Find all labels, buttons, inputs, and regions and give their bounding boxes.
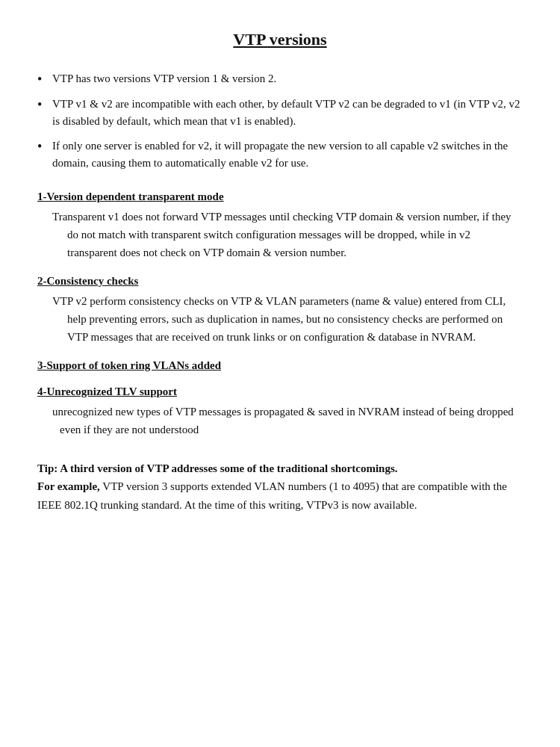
section-token-ring: 3-Support of token ring VLANs added bbox=[37, 359, 523, 372]
tip-bold-example: For example, bbox=[37, 480, 100, 492]
section-heading-1: 1-Version dependent transparent mode bbox=[37, 190, 523, 203]
section-body-1: Transparent v1 does not forward VTP mess… bbox=[37, 208, 523, 261]
section-body-4: unrecognized new types of VTP messages i… bbox=[37, 403, 523, 438]
section-heading-2: 2-Consistency checks bbox=[37, 275, 523, 288]
list-item: • VTP v1 & v2 are incompatible with each… bbox=[37, 96, 523, 131]
bullet-icon: • bbox=[37, 97, 52, 114]
section-consistency: 2-Consistency checks VTP v2 perform cons… bbox=[37, 275, 523, 346]
bullet-text-3: If only one server is enabled for v2, it… bbox=[52, 137, 523, 173]
list-item: • VTP has two versions VTP version 1 & v… bbox=[37, 70, 523, 88]
tip-body: VTP version 3 supports extended VLAN num… bbox=[37, 480, 507, 511]
bullet-icon: • bbox=[37, 139, 52, 155]
tip-block: Tip: A third version of VTP addresses so… bbox=[37, 459, 523, 515]
list-item: • If only one server is enabled for v2, … bbox=[37, 137, 523, 173]
bullet-text-1: VTP has two versions VTP version 1 & ver… bbox=[52, 70, 523, 87]
section-body-2: VTP v2 perform consistency checks on VTP… bbox=[37, 292, 523, 346]
tip-bold-prefix: Tip: A third version of VTP addresses so… bbox=[37, 462, 398, 474]
section-tlv: 4-Unrecognized TLV support unrecognized … bbox=[37, 385, 523, 438]
bullet-list: • VTP has two versions VTP version 1 & v… bbox=[37, 70, 523, 173]
section-heading-3: 3-Support of token ring VLANs added bbox=[37, 359, 523, 372]
page-container: VTP versions • VTP has two versions VTP … bbox=[0, 0, 560, 747]
bullet-text-2: VTP v1 & v2 are incompatible with each o… bbox=[52, 96, 523, 131]
bullet-icon: • bbox=[37, 72, 52, 88]
section-version-transparent: 1-Version dependent transparent mode Tra… bbox=[37, 190, 523, 261]
section-heading-4: 4-Unrecognized TLV support bbox=[37, 385, 523, 398]
page-title: VTP versions bbox=[37, 30, 523, 49]
